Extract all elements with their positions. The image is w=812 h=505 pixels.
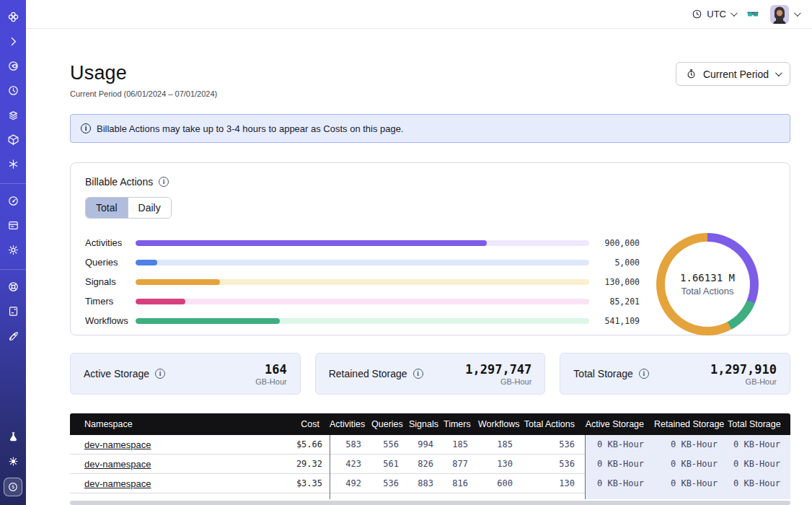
browser-window-icon[interactable]	[4, 216, 22, 234]
namespace-link[interactable]: dev-namespace	[84, 478, 151, 489]
bar-track	[136, 240, 589, 246]
svg-text:$: $	[12, 484, 14, 490]
chevron-down-icon	[794, 9, 801, 17]
cell-total-actions: 536	[523, 435, 585, 454]
cell-active-storage: 0 KB-Hour	[585, 454, 654, 474]
cell-activities: 583	[330, 435, 371, 454]
info-icon[interactable]: i	[639, 369, 649, 379]
card-header: Billable Actions i	[85, 176, 775, 188]
glasses-icon[interactable]	[746, 7, 760, 22]
namespace-link[interactable]: dev-namespace	[84, 439, 151, 450]
bar-fill	[136, 318, 280, 324]
sidebar-divider	[0, 269, 26, 270]
col-retained-storage: Retained Storage	[654, 419, 728, 429]
col-queries: Queries	[371, 419, 409, 429]
bar-row-signals: Signals 130,000	[85, 272, 640, 291]
cell-cost: 29.32	[288, 454, 330, 474]
bar-fill	[136, 299, 185, 304]
cell-cost: $5.66	[288, 435, 330, 454]
storage-label: Retained Storage	[329, 368, 407, 379]
chevron-right-icon[interactable]	[4, 32, 22, 50]
info-icon[interactable]: i	[413, 369, 423, 379]
cell-timers: 877	[443, 454, 478, 474]
donut-center: 1.66131 M Total Actions	[665, 242, 750, 327]
chart-zone: Activities 900,000 Queries 5,000 Signals	[85, 233, 775, 335]
cell-total-storage: 0 KB-Hour	[728, 435, 790, 454]
cube-icon[interactable]	[4, 130, 22, 149]
cell-timers: 816	[443, 474, 478, 493]
rocket-icon[interactable]	[4, 326, 22, 345]
col-workflows: Workflows	[478, 419, 523, 429]
bar-chart: Activities 900,000 Queries 5,000 Signals	[85, 233, 640, 335]
table-header: Namespace Cost Activities Queries Signal…	[70, 413, 790, 435]
cell-workflows: 185	[478, 435, 523, 454]
banner-text: Billable Actions may take up to 3-4 hour…	[97, 123, 404, 134]
flask-icon[interactable]	[4, 427, 22, 446]
tab-total[interactable]: Total	[86, 198, 128, 218]
bar-label: Activities	[85, 237, 136, 248]
title-block: Usage Current Period (06/01/2024 – 07/01…	[70, 62, 217, 98]
storage-value: 164	[255, 362, 286, 377]
cell-retained-storage: 0 KB-Hour	[654, 454, 728, 474]
bar-row-timers: Timers 85,201	[85, 291, 640, 311]
storage-value: 1,297,910	[710, 362, 777, 377]
info-icon[interactable]: i	[159, 177, 169, 187]
layers-icon[interactable]	[4, 105, 22, 124]
col-cost: Cost	[288, 419, 330, 429]
asterisk-icon[interactable]	[4, 154, 22, 173]
table-row: dev-namespace $5.66 583 556 994 185 185 …	[70, 435, 790, 454]
storage-label: Active Storage	[84, 368, 149, 379]
sidebar-divider	[0, 183, 26, 184]
table-scrollbar[interactable]	[70, 501, 790, 505]
col-total-storage: Total Storage	[728, 419, 790, 429]
cell-total-actions: 536	[523, 454, 585, 474]
table-row: dev-namespace $3.35 492 536 883 816 600 …	[70, 474, 790, 493]
cell-activities: 492	[330, 474, 371, 493]
bar-label: Signals	[85, 276, 136, 287]
timezone-selector[interactable]: UTC	[692, 9, 736, 19]
bar-track	[136, 260, 589, 265]
cell-total-storage: 0 KB-Hour	[728, 474, 790, 493]
col-active-storage: Active Storage	[585, 419, 654, 429]
storage-cards: Active Storage i 164 GB-Hour Retained St…	[70, 353, 790, 395]
temporal-logo-icon	[4, 7, 22, 26]
user-menu[interactable]	[770, 5, 799, 24]
total-storage-card: Total Storage i 1,297,910 GB-Hour	[560, 353, 790, 395]
bar-row-queries: Queries 5,000	[85, 252, 640, 272]
cell-retained-storage: 0 KB-Hour	[654, 435, 728, 454]
storage-label: Total Storage	[573, 368, 633, 379]
bar-value: 541,109	[595, 316, 640, 326]
cell-queries: 561	[371, 454, 409, 474]
cell-queries: 536	[371, 474, 409, 493]
swirl-icon[interactable]	[4, 56, 22, 75]
lifebuoy-icon[interactable]	[4, 277, 22, 296]
total-actions-value: 1.66131 M	[680, 272, 735, 284]
bar-fill	[136, 279, 220, 285]
col-signals: Signals	[409, 419, 443, 429]
gear-icon[interactable]	[4, 240, 22, 259]
bar-label: Queries	[85, 257, 136, 268]
current-period-label: Current Period	[703, 69, 769, 80]
app-shell: $ UTC Usage	[0, 0, 812, 505]
clock-history-icon[interactable]	[4, 81, 22, 100]
gauge-icon[interactable]	[4, 191, 22, 210]
chevron-down-icon	[775, 69, 782, 76]
total-actions-label: Total Actions	[681, 286, 734, 297]
cell-active-storage: 0 KB-Hour	[585, 435, 654, 454]
sun-icon[interactable]	[4, 452, 22, 470]
cell-signals: 826	[409, 454, 443, 474]
info-icon[interactable]: i	[155, 369, 165, 379]
notebook-icon[interactable]	[4, 302, 22, 320]
card-title: Billable Actions	[85, 176, 153, 188]
content-column: UTC Usage Current Period (06/01/2024 – 0…	[26, 0, 812, 505]
dollar-coin-icon[interactable]: $	[4, 478, 22, 496]
cell-workflows: 600	[478, 474, 523, 493]
namespace-link[interactable]: dev-namespace	[84, 459, 151, 470]
storage-unit: GB-Hour	[255, 377, 286, 386]
cell-retained-storage: 0 KB-Hour	[654, 474, 728, 493]
top-bar: UTC	[26, 0, 812, 29]
donut-chart: 1.66131 M Total Actions	[640, 233, 775, 335]
bar-value: 900,000	[595, 238, 640, 248]
tab-daily[interactable]: Daily	[128, 198, 171, 218]
current-period-button[interactable]: Current Period	[676, 62, 790, 86]
